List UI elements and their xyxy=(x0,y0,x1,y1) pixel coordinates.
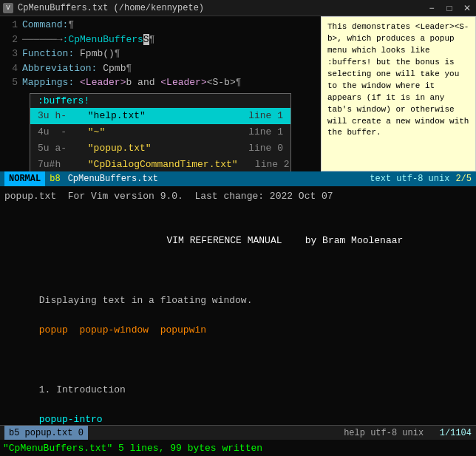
popup-lineinfo-2: line 0 xyxy=(231,141,283,156)
help-blank1 xyxy=(4,204,472,219)
popup-name-2: "popup.txt" xyxy=(82,141,231,156)
window-title: CpMenuBuffers.txt (/home/kennypete) xyxy=(18,3,204,13)
code-line-4: 4 Abbreviation: Cpmb¶ xyxy=(0,61,321,76)
command-line: "CpMenuBuffers.txt" 5 lines, 99 bytes wr… xyxy=(0,440,476,456)
line-content-2: ──────→:CpMenuBuffersS¶ xyxy=(22,33,154,47)
status-encoding: text utf-8 unix xyxy=(370,174,449,184)
help-top-line: popup.txt For Vim version 9.0. Last chan… xyxy=(4,189,472,204)
top-split: 1 Command:¶ 2 ──────→:CpMenuBuffersS¶ 3 … xyxy=(0,16,476,171)
help-intro-line: 1. Introduction popup-intro xyxy=(4,368,472,425)
help-intro-link[interactable]: popup-intro xyxy=(39,414,103,425)
popup-buf-num-3: 7u#h xyxy=(38,157,67,171)
status-mode: NORMAL xyxy=(4,171,45,186)
app-icon: V xyxy=(3,3,13,13)
line-content-1: Command:¶ xyxy=(22,18,74,33)
tooltip-text: This demonstrates <Leader><S-b>, which p… xyxy=(327,22,469,137)
line-content-4: Abbreviation: Cpmb¶ xyxy=(22,61,132,76)
minimize-button[interactable]: − xyxy=(426,2,438,14)
code-line-5: 5 Mappings: <Leader>b and <Leader><S-b>¶ xyxy=(0,75,321,90)
code-line-1: 1 Command:¶ xyxy=(0,18,321,33)
status-bar-1: NORMAL b8 CpMenuBuffers.txt text utf-8 u… xyxy=(0,171,476,186)
line-content-5: Mappings: <Leader>b and <Leader><S-b>¶ xyxy=(22,75,242,90)
code-pane[interactable]: 1 Command:¶ 2 ──────→:CpMenuBuffersS¶ 3 … xyxy=(0,16,321,171)
line-num-3: 3 xyxy=(3,47,18,61)
popup-row-0[interactable]: 3u h- "help.txt" line 1 xyxy=(30,108,290,124)
popup-row-2[interactable]: 5u a- "popup.txt" line 0 xyxy=(30,140,290,157)
status-bar-2: b5 popup.txt 0 help utf-8 unix 1/1104 xyxy=(0,425,476,440)
editor-area: 1 Command:¶ 2 ──────→:CpMenuBuffersS¶ 3 … xyxy=(0,16,476,456)
help-desc-line: Displaying text in a floating window. po… xyxy=(4,279,472,353)
help-links[interactable]: popup popup-window popupwin xyxy=(39,324,206,336)
popup-buf-num-1: 4u - xyxy=(38,125,67,140)
line-num-1: 1 xyxy=(3,18,18,33)
maximize-button[interactable]: □ xyxy=(443,2,455,14)
code-line-2: 2 ──────→:CpMenuBuffersS¶ xyxy=(0,33,321,47)
help-title-text: VIM REFERENCE MANUAL by Bram Moolenaar xyxy=(166,235,403,246)
line-num-2: 2 xyxy=(3,33,18,47)
status-position: 2/5 xyxy=(455,174,472,184)
status-filename: CpMenuBuffers.txt xyxy=(65,174,370,184)
code-line-3: 3 Function: Fpmb()¶ xyxy=(0,47,321,61)
popup-row-3[interactable]: 7u#h "CpDialogCommandTimer.txt" line 2 xyxy=(30,157,290,171)
status-right: text utf-8 unix 2/5 xyxy=(370,174,472,184)
status2-position: 1/1104 xyxy=(440,428,472,438)
popup-title: :buffers! xyxy=(30,94,290,108)
title-bar: V CpMenuBuffers.txt (/home/kennypete) − … xyxy=(0,0,476,16)
status2-right: help utf-8 unix 1/1104 xyxy=(344,428,472,438)
help-blank2 xyxy=(4,264,472,279)
help-intro-num: 1. Introduction xyxy=(39,384,126,395)
status2-enc: help utf-8 unix xyxy=(344,428,424,438)
line-num-4: 4 xyxy=(3,61,18,76)
popup-name-0: "help.txt" xyxy=(82,109,231,123)
status2-bufnum: b5 popup.txt 0 xyxy=(4,426,88,440)
popup-row-1[interactable]: 4u - "~" line 1 xyxy=(30,124,290,140)
popup-container: :buffers! 3u h- "help.txt" line 1 4u - "… xyxy=(0,93,321,172)
status-bufnum: b8 xyxy=(45,174,64,184)
popup-name-3: "CpDialogCommandTimer.txt" xyxy=(82,157,238,171)
help-desc-text: Displaying text in a floating window. xyxy=(39,295,253,306)
title-bar-left: V CpMenuBuffers.txt (/home/kennypete) xyxy=(3,3,204,13)
help-title-line: VIM REFERENCE MANUAL by Bram Moolenaar xyxy=(4,219,472,263)
window-controls[interactable]: − □ ✕ xyxy=(426,2,473,14)
buffer-popup[interactable]: :buffers! 3u h- "help.txt" line 1 4u - "… xyxy=(30,93,291,172)
help-pane[interactable]: popup.txt For Vim version 9.0. Last chan… xyxy=(0,186,476,425)
popup-buf-num-0: 3u h- xyxy=(38,109,67,123)
popup-lineinfo-1: line 1 xyxy=(231,125,283,140)
popup-lineinfo-0: line 1 xyxy=(231,109,283,123)
tooltip-box: This demonstrates <Leader><S-b>, which p… xyxy=(321,16,476,171)
help-blank3 xyxy=(4,353,472,368)
line-content-3: Function: Fpmb()¶ xyxy=(22,47,120,61)
close-button[interactable]: ✕ xyxy=(461,2,473,14)
popup-buf-num-2: 5u a- xyxy=(38,141,67,156)
popup-lineinfo-3: line 2 xyxy=(238,157,290,171)
line-num-5: 5 xyxy=(3,75,18,90)
cmd-text: "CpMenuBuffers.txt" 5 lines, 99 bytes wr… xyxy=(3,443,262,454)
popup-name-1: "~" xyxy=(82,125,231,140)
